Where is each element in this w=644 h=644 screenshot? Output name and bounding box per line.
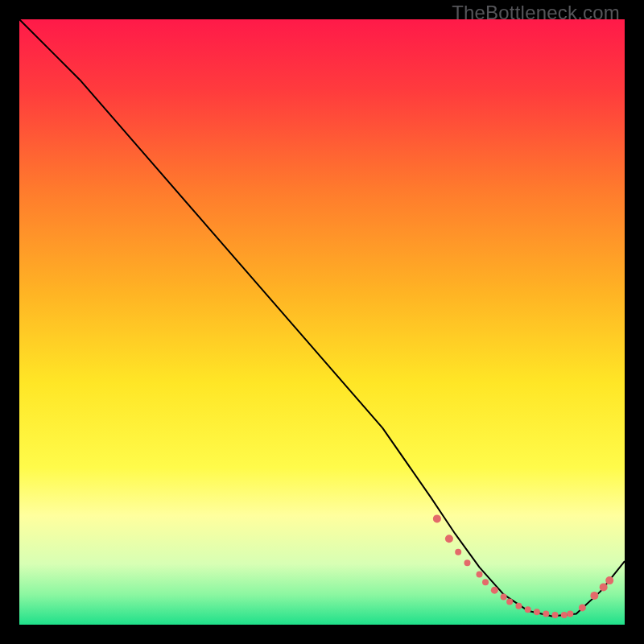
scatter-dot [455, 549, 461, 555]
scatter-dot [579, 604, 586, 611]
scatter-dot [543, 610, 549, 617]
scatter-dot [464, 559, 470, 566]
scatter-dot [477, 572, 483, 578]
scatter-dot [600, 583, 608, 591]
scatter-dot [445, 535, 453, 543]
scatter-dot [525, 606, 531, 613]
scatter-dot [567, 610, 573, 617]
gradient-background [19, 19, 625, 625]
chart-frame [19, 19, 625, 625]
watermark-text: TheBottleneck.com [452, 2, 620, 24]
scatter-dot [561, 612, 568, 618]
scatter-dot [605, 576, 613, 584]
scatter-dot [552, 612, 559, 618]
scatter-dot [515, 603, 522, 609]
chart-svg [19, 19, 625, 625]
scatter-dot [491, 587, 498, 594]
scatter-dot [534, 609, 540, 615]
scatter-dot [590, 592, 598, 600]
scatter-dot [482, 579, 489, 585]
scatter-dot [501, 593, 507, 600]
scatter-dot [506, 598, 513, 605]
scatter-dot [433, 514, 441, 522]
